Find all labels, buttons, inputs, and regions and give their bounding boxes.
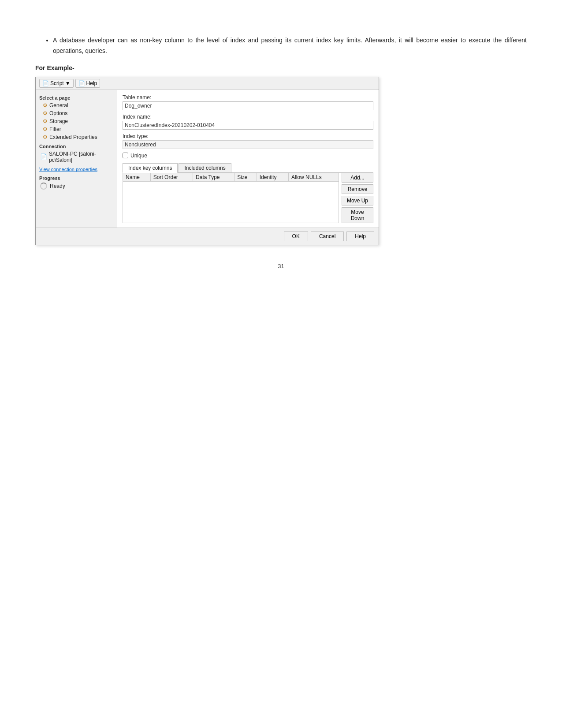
- progress-title: Progress: [36, 173, 117, 182]
- index-type-label: Index type:: [123, 133, 373, 139]
- index-name-input[interactable]: [123, 121, 373, 130]
- right-panel: Table name: Index name: Index type: Uniq…: [117, 90, 379, 228]
- script-icon: 📄: [42, 80, 49, 86]
- general-label: General: [49, 102, 68, 108]
- storage-icon: ⚙: [43, 118, 48, 124]
- connection-item: 📄 SALONI-PC [saloni-pc\Saloni]: [36, 150, 117, 164]
- script-dropdown-icon: ▼: [65, 80, 71, 86]
- select-page-title: Select a page: [36, 93, 117, 101]
- options-icon: ⚙: [43, 110, 48, 116]
- col-header-data-type: Data Type: [193, 173, 234, 181]
- columns-table-container: Name Sort Order Data Type Size Identity …: [123, 173, 373, 223]
- filter-icon: ⚙: [43, 126, 48, 132]
- table-name-input[interactable]: [123, 101, 373, 110]
- tab-index-key-columns[interactable]: Index key columns: [123, 163, 178, 173]
- add-button[interactable]: Add...: [342, 173, 373, 183]
- progress-item: Ready: [36, 182, 117, 190]
- options-label: Options: [49, 110, 67, 116]
- left-panel: Select a page ⚙ General ⚙ Options ⚙ Stor…: [36, 90, 117, 228]
- view-connection-link[interactable]: View connection properties: [36, 164, 117, 173]
- progress-status: Ready: [50, 183, 65, 189]
- storage-label: Storage: [49, 118, 68, 124]
- table-header-row: Name Sort Order Data Type Size Identity …: [123, 173, 339, 181]
- cancel-button[interactable]: Cancel: [311, 231, 344, 241]
- extended-properties-icon: ⚙: [43, 134, 48, 140]
- help-button[interactable]: 📄 Help: [75, 79, 100, 88]
- unique-checkbox[interactable]: [123, 153, 128, 158]
- general-icon: ⚙: [43, 102, 48, 108]
- columns-table: Name Sort Order Data Type Size Identity …: [123, 173, 339, 223]
- help-icon: 📄: [78, 80, 85, 86]
- tabs-row: Index key columns Included columns: [123, 163, 373, 173]
- connection-icon: 📄: [40, 153, 47, 160]
- filter-label: Filter: [49, 126, 61, 132]
- table-name-label: Table name:: [123, 94, 373, 101]
- index-type-input: [123, 140, 373, 149]
- sidebar-item-options[interactable]: ⚙ Options: [36, 109, 117, 117]
- move-up-button[interactable]: Move Up: [342, 196, 373, 205]
- columns-table-body: [123, 181, 339, 223]
- remove-button[interactable]: Remove: [342, 184, 373, 194]
- index-name-label: Index name:: [123, 114, 373, 120]
- unique-label: Unique: [130, 153, 147, 159]
- col-header-sort-order: Sort Order: [150, 173, 193, 181]
- spinner-icon: [40, 183, 47, 190]
- bullet-list: A database developer can as non-key colu…: [35, 35, 527, 56]
- dialog-toolbar: 📄 Script ▼ 📄 Help: [36, 77, 379, 90]
- script-button[interactable]: 📄 Script ▼: [39, 79, 74, 88]
- sidebar-item-general[interactable]: ⚙ General: [36, 101, 117, 109]
- connection-label: SALONI-PC [saloni-pc\Saloni]: [49, 151, 113, 163]
- for-example-label: For Example-: [35, 64, 527, 71]
- dialog-footer: OK Cancel Help: [36, 228, 379, 245]
- tab-included-label: Included columns: [184, 165, 225, 171]
- unique-checkbox-row: Unique: [123, 153, 373, 159]
- move-down-button[interactable]: Move Down: [342, 207, 373, 223]
- help-label: Help: [86, 80, 97, 86]
- col-header-name: Name: [123, 173, 151, 181]
- dialog-box: 📄 Script ▼ 📄 Help Select a page ⚙ Genera…: [35, 77, 379, 245]
- ok-button[interactable]: OK: [284, 231, 308, 241]
- help-footer-button[interactable]: Help: [346, 231, 374, 241]
- sidebar-item-filter[interactable]: ⚙ Filter: [36, 125, 117, 133]
- tab-index-key-label: Index key columns: [128, 165, 172, 171]
- script-label: Script: [50, 80, 64, 86]
- sidebar-item-extended-properties[interactable]: ⚙ Extended Properties: [36, 133, 117, 141]
- col-header-size: Size: [234, 173, 257, 181]
- sidebar-item-storage[interactable]: ⚙ Storage: [36, 117, 117, 125]
- col-header-identity: Identity: [257, 173, 288, 181]
- page-number: 31: [35, 263, 527, 269]
- side-buttons: Add... Remove Move Up Move Down: [339, 173, 373, 223]
- dialog-body: Select a page ⚙ General ⚙ Options ⚙ Stor…: [36, 90, 379, 228]
- page-content: A database developer can as non-key colu…: [0, 0, 562, 287]
- bullet-section: A database developer can as non-key colu…: [35, 35, 527, 56]
- bullet-item: A database developer can as non-key colu…: [53, 35, 527, 56]
- connection-title: Connection: [36, 141, 117, 150]
- extended-properties-label: Extended Properties: [49, 134, 97, 140]
- col-header-allow-nulls: Allow NULLs: [288, 173, 339, 181]
- tab-included-columns[interactable]: Included columns: [179, 163, 231, 172]
